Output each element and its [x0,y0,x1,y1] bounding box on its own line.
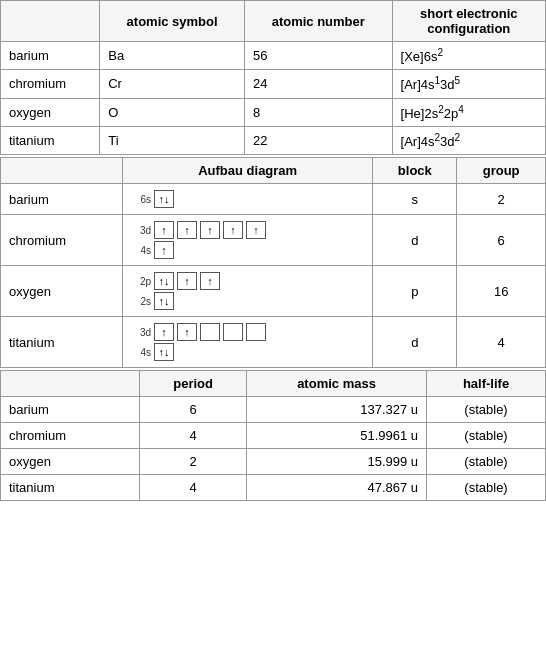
period: 6 [140,397,247,423]
table-row: titanium3d↑↑4s↑↓d4 [1,317,546,368]
table2-col1: Aufbau diagram [123,158,373,184]
aufbau-diagram: 6s↑↓ [123,184,373,215]
atomic-symbol: Ti [100,126,245,154]
orbital-box [246,323,266,341]
table3-header: period atomic mass half-life [1,371,546,397]
atomic-symbol: Ba [100,42,245,70]
atomic-mass: 15.999 u [246,449,426,475]
element-name: titanium [1,317,123,368]
orbital-box: ↑↓ [154,343,174,361]
orbital-label: 3d [131,327,151,338]
aufbau-diagram: 3d↑↑↑↑↑4s↑ [123,215,373,266]
orbital-box: ↑ [200,272,220,290]
orbital-label: 3d [131,225,151,236]
element-name: chromium [1,215,123,266]
atomic-number: 56 [244,42,392,70]
table2-col3: group [457,158,546,184]
orbital-box: ↑ [177,323,197,341]
half-life: (stable) [427,449,546,475]
electronic-config: [Ar]4s13d5 [392,70,545,98]
orbital-box: ↑ [177,221,197,239]
atomic-symbol: O [100,98,245,126]
orbital-box: ↑↓ [154,190,174,208]
orbital-box: ↑ [154,241,174,259]
orbital-label: 2p [131,276,151,287]
element-name: titanium [1,126,100,154]
orbital-box: ↑↓ [154,292,174,310]
table2-col2: block [373,158,457,184]
aufbau-diagram: 3d↑↑4s↑↓ [123,317,373,368]
element-name: oxygen [1,449,140,475]
orbital-box: ↑ [200,221,220,239]
atomic-number: 24 [244,70,392,98]
table1-col1: atomic symbol [100,1,245,42]
element-name: chromium [1,423,140,449]
table2-header: Aufbau diagram block group [1,158,546,184]
orbital-box: ↑ [223,221,243,239]
table-row: chromiumCr24[Ar]4s13d5 [1,70,546,98]
block: d [373,215,457,266]
orbital-box: ↑↓ [154,272,174,290]
element-name: oxygen [1,98,100,126]
element-name: barium [1,184,123,215]
group: 16 [457,266,546,317]
atomic-mass: 137.327 u [246,397,426,423]
element-name: titanium [1,475,140,501]
table3-col3: half-life [427,371,546,397]
table-row: titanium447.867 u(stable) [1,475,546,501]
table3-col0 [1,371,140,397]
table1-col2: atomic number [244,1,392,42]
group: 2 [457,184,546,215]
table-row: oxygen2p↑↓↑↑2s↑↓p16 [1,266,546,317]
table-row: chromium451.9961 u(stable) [1,423,546,449]
table1-col3: short electronicconfiguration [392,1,545,42]
table-row: barium6137.327 u(stable) [1,397,546,423]
electronic-config: [Ar]4s23d2 [392,126,545,154]
group: 6 [457,215,546,266]
table1-col0 [1,1,100,42]
orbital-label: 6s [131,194,151,205]
atomic-symbol: Cr [100,70,245,98]
atomic-number: 8 [244,98,392,126]
orbital-box: ↑ [177,272,197,290]
table-row: bariumBa56[Xe]6s2 [1,42,546,70]
orbital-label: 4s [131,245,151,256]
element-name: barium [1,397,140,423]
block: p [373,266,457,317]
half-life: (stable) [427,397,546,423]
block: d [373,317,457,368]
block: s [373,184,457,215]
table-row: oxygenO8[He]2s22p4 [1,98,546,126]
table-row: titaniumTi22[Ar]4s23d2 [1,126,546,154]
table3-col2: atomic mass [246,371,426,397]
electronic-config: [He]2s22p4 [392,98,545,126]
table-row: chromium3d↑↑↑↑↑4s↑d6 [1,215,546,266]
orbital-label: 4s [131,347,151,358]
orbital-box: ↑ [246,221,266,239]
element-name: chromium [1,70,100,98]
orbital-box [200,323,220,341]
table1-header: atomic symbol atomic number short electr… [1,1,546,42]
atomic-mass: 51.9961 u [246,423,426,449]
half-life: (stable) [427,423,546,449]
aufbau-diagram: 2p↑↓↑↑2s↑↓ [123,266,373,317]
table-row: oxygen215.999 u(stable) [1,449,546,475]
period: 4 [140,423,247,449]
table-row: barium6s↑↓s2 [1,184,546,215]
orbital-box [223,323,243,341]
orbital-box: ↑ [154,323,174,341]
table3-col1: period [140,371,247,397]
orbital-box: ↑ [154,221,174,239]
element-name: barium [1,42,100,70]
atomic-mass: 47.867 u [246,475,426,501]
period: 4 [140,475,247,501]
electronic-config: [Xe]6s2 [392,42,545,70]
element-name: oxygen [1,266,123,317]
half-life: (stable) [427,475,546,501]
table2-col0 [1,158,123,184]
orbital-label: 2s [131,296,151,307]
period: 2 [140,449,247,475]
group: 4 [457,317,546,368]
atomic-number: 22 [244,126,392,154]
